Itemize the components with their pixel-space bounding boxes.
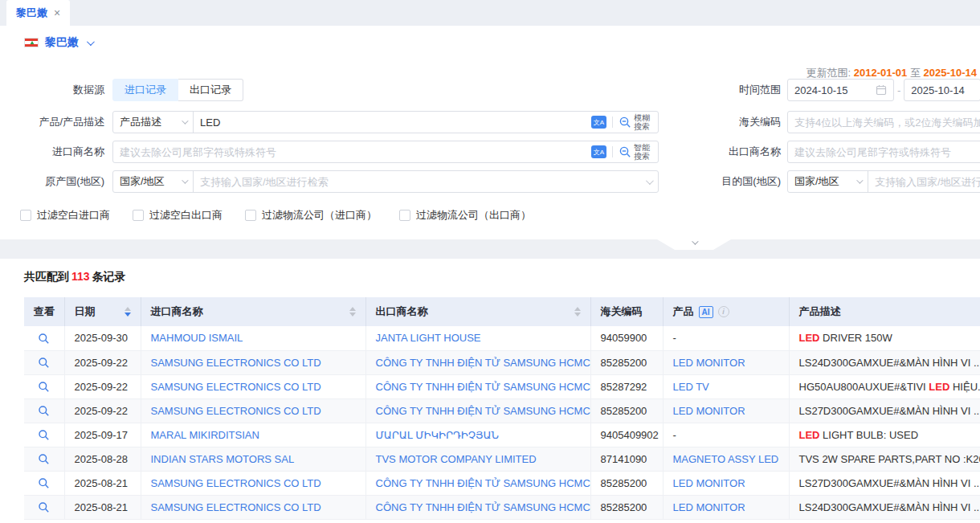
tab-lebanon[interactable]: 黎巴嫩 × bbox=[6, 0, 70, 26]
hs-code-cell: 94059900 bbox=[590, 326, 663, 350]
product-input-group: 产品描述 文A 模糊搜索 bbox=[112, 111, 659, 133]
destination-country-input[interactable] bbox=[868, 171, 980, 192]
header-exporter[interactable]: 出口商名称 bbox=[365, 297, 590, 326]
exporter-link[interactable]: JANTA LIGHT HOUSE bbox=[376, 332, 481, 344]
hs-code-label: 海关编码 bbox=[715, 115, 781, 129]
date-cell: 2025-08-21 bbox=[64, 471, 141, 495]
collapse-filter-handle[interactable] bbox=[657, 239, 731, 250]
importer-input[interactable] bbox=[113, 141, 591, 162]
translate-icon[interactable]: 文A bbox=[591, 116, 606, 129]
importer-link[interactable]: MAHMOUD ISMAIL bbox=[151, 332, 243, 344]
importer-link[interactable]: INDIAN STARS MOTORS SAL bbox=[151, 453, 295, 465]
start-date-input[interactable]: 2024-10-15 bbox=[787, 79, 894, 101]
header-importer[interactable]: 进口商名称 bbox=[141, 297, 365, 326]
end-date-value: 2025-10-14 bbox=[911, 84, 965, 96]
origin-country-input[interactable] bbox=[194, 171, 646, 192]
view-record-button[interactable] bbox=[38, 405, 50, 417]
origin-type-select[interactable]: 国家/地区 bbox=[113, 171, 194, 192]
filter-checkbox-row: 过滤空白进口商 过滤空白出口商 过滤物流公司（进口商） 过滤物流公司（出口商） bbox=[20, 208, 531, 223]
product-link[interactable]: LED MONITOR bbox=[673, 501, 745, 513]
destination-type-select[interactable]: 国家/地区 bbox=[788, 171, 868, 192]
results-panel: 共匹配到113条记录 查看 日期 进口商名称 出口商名称 bbox=[0, 259, 980, 523]
product-cell: LED MONITOR bbox=[663, 350, 789, 374]
product-desc-cell: LED LIGHT BULB: USED bbox=[789, 423, 980, 447]
product-link[interactable]: MAGNETO ASSY LED bbox=[673, 453, 779, 465]
view-record-button[interactable] bbox=[38, 453, 50, 465]
product-input[interactable] bbox=[194, 112, 591, 133]
export-records-button[interactable]: 出口记录 bbox=[178, 79, 243, 101]
product-link[interactable]: LED MONITOR bbox=[673, 405, 745, 417]
product-label: 产品/产品描述 bbox=[0, 115, 104, 129]
checkbox-filter-blank-exporter[interactable] bbox=[133, 210, 144, 221]
importer-input-group: 文A 智能搜索 bbox=[112, 141, 659, 163]
product-link[interactable]: LED MONITOR bbox=[673, 357, 745, 369]
importer-link[interactable]: SAMSUNG ELECTRONICS CO LTD bbox=[151, 501, 321, 513]
destination-country-group: 国家/地区 bbox=[787, 170, 980, 193]
exporter-link[interactable]: CÔNG TY TNHH ĐIỆN TỬ SAMSUNG HCMC... bbox=[376, 501, 591, 513]
exporter-link[interactable]: CÔNG TY TNHH ĐIỆN TỬ SAMSUNG HCMC... bbox=[376, 381, 591, 393]
exporter-input[interactable] bbox=[787, 141, 980, 163]
view-record-button[interactable] bbox=[38, 357, 50, 369]
exporter-link[interactable]: ՄԱՐԱԼ ՄԻԿԻՐԴԻՉՅԱՆ bbox=[376, 429, 500, 441]
product-cell: LED MONITOR bbox=[663, 495, 789, 519]
checkbox-filter-logistics-exporter[interactable] bbox=[399, 210, 410, 221]
fuzzy-search-button[interactable]: 模糊搜索 bbox=[619, 113, 658, 132]
table-row: 2025-08-21 SAMSUNG ELECTRONICS CO LTD CÔ… bbox=[24, 471, 980, 495]
view-record-button[interactable] bbox=[38, 429, 50, 441]
origin-country-group: 国家/地区 bbox=[112, 170, 659, 193]
header-date[interactable]: 日期 bbox=[64, 297, 141, 326]
view-record-button[interactable] bbox=[38, 381, 50, 393]
ai-badge: AI bbox=[699, 306, 713, 318]
importer-link[interactable]: SAMSUNG ELECTRONICS CO LTD bbox=[151, 381, 321, 393]
date-cell: 2025-09-30 bbox=[64, 326, 141, 350]
table-header-row: 查看 日期 进口商名称 出口商名称 海关编码 产品 AI bbox=[24, 297, 980, 326]
table-row: 2025-09-22 SAMSUNG ELECTRONICS CO LTD CÔ… bbox=[24, 374, 980, 398]
view-record-button[interactable] bbox=[38, 501, 50, 513]
product-type-select[interactable]: 产品描述 bbox=[113, 112, 194, 133]
smart-search-icon bbox=[619, 145, 631, 158]
chevron-down-icon[interactable] bbox=[646, 177, 654, 185]
date-separator: - bbox=[897, 84, 900, 96]
hs-code-cell: 85285200 bbox=[590, 471, 663, 495]
product-link[interactable]: LED TV bbox=[673, 381, 709, 393]
product-desc-cell: LS27D300GAMXUE#&MÀN HÌNH VI ... bbox=[789, 398, 980, 423]
header-view: 查看 bbox=[24, 297, 64, 326]
sort-importer[interactable] bbox=[349, 307, 356, 317]
close-icon[interactable]: × bbox=[54, 7, 60, 18]
update-range-to: 2025-10-14 bbox=[924, 67, 978, 79]
product-cell: LED MONITOR bbox=[663, 471, 789, 495]
time-range-label: 时间范围 bbox=[715, 83, 781, 97]
smart-search-button[interactable]: 智能搜索 bbox=[619, 143, 658, 161]
checkbox-filter-blank-importer[interactable] bbox=[20, 210, 31, 221]
sort-date[interactable] bbox=[125, 307, 131, 317]
result-count-number: 113 bbox=[69, 270, 92, 283]
info-icon[interactable]: i bbox=[718, 306, 729, 317]
product-cell: MAGNETO ASSY LED bbox=[663, 447, 789, 471]
importer-link[interactable]: SAMSUNG ELECTRONICS CO LTD bbox=[151, 357, 321, 369]
hs-code-cell: 85285200 bbox=[590, 495, 663, 519]
importer-link[interactable]: MARAL MIKIRDITSIAN bbox=[151, 429, 259, 441]
view-record-button[interactable] bbox=[38, 477, 50, 489]
exporter-link[interactable]: CÔNG TY TNHH ĐIỆN TỬ SAMSUNG HCMC... bbox=[376, 477, 591, 489]
header-product: 产品 AI i bbox=[663, 297, 789, 326]
date-cell: 2025-09-22 bbox=[64, 374, 141, 398]
country-selector[interactable]: 黎巴嫩 bbox=[24, 35, 92, 50]
exporter-link[interactable]: CÔNG TY TNHH ĐIỆN TỬ SAMSUNG HCMC... bbox=[376, 357, 591, 369]
importer-link[interactable]: SAMSUNG ELECTRONICS CO LTD bbox=[151, 477, 321, 489]
end-date-input[interactable]: 2025-10-14 bbox=[904, 79, 980, 101]
importer-link[interactable]: SAMSUNG ELECTRONICS CO LTD bbox=[151, 405, 321, 417]
exporter-label: 出口商名称 bbox=[715, 145, 781, 159]
sort-exporter[interactable] bbox=[574, 307, 581, 317]
hs-code-input[interactable] bbox=[787, 111, 980, 133]
translate-icon[interactable]: 文A bbox=[591, 145, 606, 158]
checkbox-filter-logistics-importer[interactable] bbox=[245, 210, 256, 221]
table-row: 2025-09-30 MAHMOUD ISMAIL JANTA LIGHT HO… bbox=[24, 326, 980, 350]
product-link[interactable]: LED MONITOR bbox=[673, 477, 745, 489]
view-record-button[interactable] bbox=[38, 333, 50, 345]
table-row: 2025-09-17 MARAL MIKIRDITSIAN ՄԱՐԱԼ ՄԻԿԻ… bbox=[24, 423, 980, 447]
exporter-link[interactable]: TVS MOTOR COMPANY LIMITED bbox=[376, 453, 537, 465]
data-source-toggle: 进口记录 出口记录 bbox=[112, 79, 243, 101]
exporter-link[interactable]: CÔNG TY TNHH ĐIỆN TỬ SAMSUNG HCMC... bbox=[376, 405, 591, 417]
import-records-button[interactable]: 进口记录 bbox=[112, 79, 178, 101]
chevron-down-icon bbox=[182, 117, 188, 124]
